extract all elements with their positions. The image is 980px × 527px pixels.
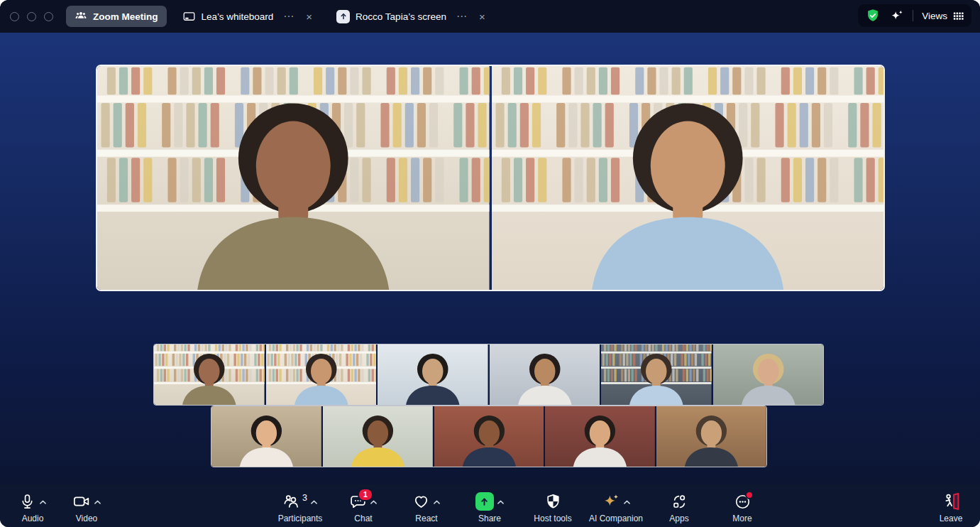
button-label: Video	[76, 514, 97, 523]
tab-label: Lea’s whiteboard	[202, 11, 274, 22]
leave-button[interactable]: Leave	[929, 489, 973, 523]
window-controls	[10, 12, 53, 21]
chevron-up-icon[interactable]	[91, 495, 101, 508]
host-shield-icon	[544, 493, 562, 511]
chevron-up-icon[interactable]	[620, 495, 631, 508]
button-label: Host tools	[534, 514, 571, 523]
toolbar-center-group: 3Participants1ChatReactShareHost toolsAI…	[114, 489, 929, 523]
video-button[interactable]: Video	[60, 489, 114, 523]
zoom-app-window: Zoom MeetingLea’s whiteboard⋯×Rocco Tapi…	[0, 0, 980, 527]
participant-video-tile[interactable]	[490, 344, 600, 405]
chevron-up-icon[interactable]	[36, 495, 47, 508]
button-label: Audio	[22, 514, 44, 523]
participant-video-tile[interactable]	[601, 344, 712, 405]
camera-icon	[72, 492, 91, 511]
grid-view-icon	[952, 10, 964, 22]
divider	[913, 10, 913, 21]
tab-close-icon[interactable]: ×	[306, 11, 312, 23]
more-icon	[734, 493, 751, 511]
chat-button[interactable]: 1Chat	[332, 489, 395, 523]
chevron-up-icon[interactable]	[430, 495, 441, 508]
security-shield-icon[interactable]	[865, 8, 881, 23]
meeting-stage	[0, 33, 980, 484]
participant-video-tile[interactable]	[323, 406, 433, 467]
participant-video-tile[interactable]	[656, 406, 766, 467]
apps-button[interactable]: Apps	[648, 489, 711, 523]
button-label: Participants	[278, 514, 323, 523]
button-label: Leave	[940, 514, 963, 523]
share-button[interactable]: Share	[458, 489, 522, 523]
participant-video-tile[interactable]	[378, 344, 488, 405]
window-title-bar: Zoom MeetingLea’s whiteboard⋯×Rocco Tapi…	[0, 0, 980, 33]
tab-label: Zoom Meeting	[93, 11, 158, 22]
window-minimize-button[interactable]	[27, 12, 36, 21]
share-screen-icon	[475, 492, 494, 511]
participant-count: 3	[302, 493, 307, 503]
button-label: Chat	[354, 514, 372, 523]
views-button[interactable]: Views	[922, 10, 964, 22]
button-label: More	[732, 514, 751, 523]
people-icon	[75, 10, 87, 23]
window-close-button[interactable]	[10, 12, 19, 21]
toolbar-right-group: Leave	[929, 489, 980, 523]
participant-video-tile[interactable]	[434, 406, 544, 467]
titlebar-right-cluster: Views	[858, 4, 971, 27]
ai-sparkle-gold-icon	[602, 492, 620, 511]
participant-video-tile[interactable]	[492, 66, 884, 290]
whiteboard-icon	[182, 10, 196, 23]
tab-menu-icon[interactable]: ⋯	[283, 10, 294, 23]
notification-dot	[745, 491, 754, 499]
heart-icon	[412, 493, 430, 511]
unread-badge: 1	[358, 488, 373, 501]
filmstrip-row-2	[211, 406, 767, 467]
screen-share-tab-icon	[336, 10, 350, 23]
participants-icon	[282, 493, 300, 511]
participants-button[interactable]: 3Participants	[269, 489, 332, 523]
chevron-up-icon[interactable]	[307, 495, 318, 508]
button-label: Share	[478, 514, 501, 523]
ai-companion-button[interactable]: AI Companion	[585, 489, 648, 523]
host-tools-button[interactable]: Host tools	[522, 489, 585, 523]
chevron-up-icon[interactable]	[494, 495, 505, 508]
button-label: React	[415, 514, 437, 523]
participant-video-tile[interactable]	[97, 66, 490, 290]
speaker-video-tiles	[96, 65, 885, 291]
tab-leas-whiteboard[interactable]: Lea’s whiteboard⋯×	[174, 6, 321, 27]
meeting-tabs: Zoom MeetingLea’s whiteboard⋯×Rocco Tapi…	[66, 6, 494, 27]
apps-icon	[671, 493, 688, 511]
tab-menu-icon[interactable]: ⋯	[456, 10, 468, 23]
button-label: Apps	[669, 514, 688, 523]
react-button[interactable]: React	[395, 489, 458, 523]
audio-button[interactable]: Audio	[6, 489, 60, 523]
participant-video-tile[interactable]	[713, 344, 824, 405]
tab-label: Rocco Tapia’s screen	[356, 11, 446, 22]
button-label: AI Companion	[589, 514, 643, 523]
leave-icon	[942, 492, 961, 511]
more-button[interactable]: More	[711, 489, 774, 523]
ai-companion-sparkle-icon[interactable]	[889, 9, 904, 23]
window-zoom-button[interactable]	[44, 12, 53, 21]
toolbar-left-group: AudioVideo	[0, 489, 114, 523]
participant-video-tile[interactable]	[154, 344, 265, 405]
participant-video-tile[interactable]	[545, 406, 655, 467]
mic-icon	[18, 493, 36, 511]
participant-video-tile[interactable]	[266, 344, 377, 405]
tab-close-icon[interactable]: ×	[479, 11, 485, 23]
participant-video-tile[interactable]	[211, 406, 321, 467]
tab-rocco-tapias-screen[interactable]: Rocco Tapia’s screen⋯×	[328, 6, 494, 27]
filmstrip-row-1	[153, 344, 824, 406]
views-label: Views	[922, 11, 947, 21]
tab-zoom-meeting[interactable]: Zoom Meeting	[66, 6, 167, 27]
meeting-toolbar: AudioVideo 3Participants1ChatReactShareH…	[0, 484, 980, 527]
chat-icon: 1	[349, 493, 367, 511]
